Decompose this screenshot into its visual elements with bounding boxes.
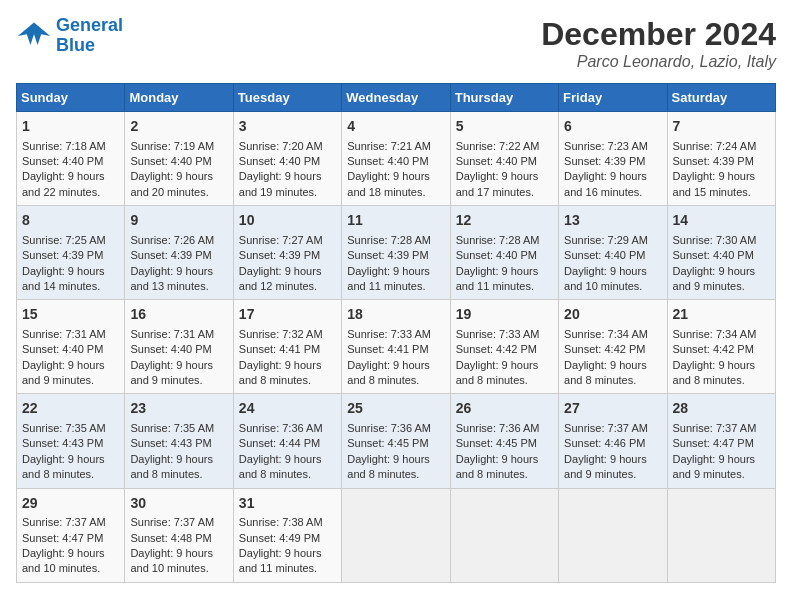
calendar-cell: 3Sunrise: 7:20 AMSunset: 4:40 PMDaylight… [233,112,341,206]
day-of-week-header: Saturday [667,84,775,112]
day-number: 27 [564,399,661,419]
calendar-cell: 19Sunrise: 7:33 AMSunset: 4:42 PMDayligh… [450,300,558,394]
sunset-text: Sunset: 4:41 PM [239,343,320,355]
daylight-text: Daylight: 9 hours and 9 minutes. [564,453,647,480]
sunset-text: Sunset: 4:43 PM [22,437,103,449]
calendar-cell: 9Sunrise: 7:26 AMSunset: 4:39 PMDaylight… [125,206,233,300]
daylight-text: Daylight: 9 hours and 16 minutes. [564,170,647,197]
daylight-text: Daylight: 9 hours and 8 minutes. [22,453,105,480]
sunset-text: Sunset: 4:42 PM [673,343,754,355]
daylight-text: Daylight: 9 hours and 8 minutes. [564,359,647,386]
sunrise-text: Sunrise: 7:29 AM [564,234,648,246]
daylight-text: Daylight: 9 hours and 14 minutes. [22,265,105,292]
day-of-week-header: Sunday [17,84,125,112]
daylight-text: Daylight: 9 hours and 20 minutes. [130,170,213,197]
sunrise-text: Sunrise: 7:37 AM [564,422,648,434]
sunrise-text: Sunrise: 7:37 AM [130,516,214,528]
main-title: December 2024 [541,16,776,53]
day-number: 11 [347,211,444,231]
sunset-text: Sunset: 4:48 PM [130,532,211,544]
daylight-text: Daylight: 9 hours and 9 minutes. [22,359,105,386]
day-of-week-header: Thursday [450,84,558,112]
day-number: 24 [239,399,336,419]
sunrise-text: Sunrise: 7:23 AM [564,140,648,152]
calendar-cell: 16Sunrise: 7:31 AMSunset: 4:40 PMDayligh… [125,300,233,394]
sunset-text: Sunset: 4:39 PM [22,249,103,261]
sunrise-text: Sunrise: 7:22 AM [456,140,540,152]
sunset-text: Sunset: 4:49 PM [239,532,320,544]
sunrise-text: Sunrise: 7:31 AM [22,328,106,340]
calendar-cell: 8Sunrise: 7:25 AMSunset: 4:39 PMDaylight… [17,206,125,300]
svg-marker-0 [18,22,50,45]
sunset-text: Sunset: 4:45 PM [347,437,428,449]
sunset-text: Sunset: 4:39 PM [239,249,320,261]
sunrise-text: Sunrise: 7:24 AM [673,140,757,152]
sunrise-text: Sunrise: 7:18 AM [22,140,106,152]
calendar-week-row: 15Sunrise: 7:31 AMSunset: 4:40 PMDayligh… [17,300,776,394]
sunset-text: Sunset: 4:42 PM [564,343,645,355]
day-of-week-header: Friday [559,84,667,112]
calendar-cell: 6Sunrise: 7:23 AMSunset: 4:39 PMDaylight… [559,112,667,206]
sunset-text: Sunset: 4:40 PM [456,249,537,261]
sunrise-text: Sunrise: 7:26 AM [130,234,214,246]
daylight-text: Daylight: 9 hours and 9 minutes. [130,359,213,386]
day-number: 7 [673,117,770,137]
day-number: 16 [130,305,227,325]
daylight-text: Daylight: 9 hours and 10 minutes. [564,265,647,292]
daylight-text: Daylight: 9 hours and 11 minutes. [456,265,539,292]
logo: General Blue [16,16,123,56]
day-number: 26 [456,399,553,419]
calendar-cell: 1Sunrise: 7:18 AMSunset: 4:40 PMDaylight… [17,112,125,206]
sunrise-text: Sunrise: 7:33 AM [456,328,540,340]
sunset-text: Sunset: 4:44 PM [239,437,320,449]
sunset-text: Sunset: 4:42 PM [456,343,537,355]
day-number: 21 [673,305,770,325]
subtitle: Parco Leonardo, Lazio, Italy [541,53,776,71]
day-number: 22 [22,399,119,419]
calendar-cell: 20Sunrise: 7:34 AMSunset: 4:42 PMDayligh… [559,300,667,394]
sunset-text: Sunset: 4:39 PM [564,155,645,167]
day-number: 18 [347,305,444,325]
logo-icon [16,18,52,54]
sunrise-text: Sunrise: 7:36 AM [239,422,323,434]
title-block: December 2024 Parco Leonardo, Lazio, Ita… [541,16,776,71]
day-number: 3 [239,117,336,137]
sunrise-text: Sunrise: 7:34 AM [673,328,757,340]
calendar-cell: 2Sunrise: 7:19 AMSunset: 4:40 PMDaylight… [125,112,233,206]
sunrise-text: Sunrise: 7:21 AM [347,140,431,152]
day-number: 4 [347,117,444,137]
calendar-table: SundayMondayTuesdayWednesdayThursdayFrid… [16,83,776,583]
calendar-cell: 25Sunrise: 7:36 AMSunset: 4:45 PMDayligh… [342,394,450,488]
calendar-cell: 23Sunrise: 7:35 AMSunset: 4:43 PMDayligh… [125,394,233,488]
sunset-text: Sunset: 4:45 PM [456,437,537,449]
sunset-text: Sunset: 4:41 PM [347,343,428,355]
day-number: 12 [456,211,553,231]
daylight-text: Daylight: 9 hours and 8 minutes. [673,359,756,386]
calendar-cell [667,488,775,582]
daylight-text: Daylight: 9 hours and 19 minutes. [239,170,322,197]
logo-text: General Blue [56,16,123,56]
day-number: 9 [130,211,227,231]
day-number: 20 [564,305,661,325]
calendar-cell: 15Sunrise: 7:31 AMSunset: 4:40 PMDayligh… [17,300,125,394]
calendar-cell: 29Sunrise: 7:37 AMSunset: 4:47 PMDayligh… [17,488,125,582]
sunset-text: Sunset: 4:39 PM [347,249,428,261]
calendar-cell: 11Sunrise: 7:28 AMSunset: 4:39 PMDayligh… [342,206,450,300]
calendar-cell: 22Sunrise: 7:35 AMSunset: 4:43 PMDayligh… [17,394,125,488]
sunrise-text: Sunrise: 7:27 AM [239,234,323,246]
calendar-cell [450,488,558,582]
daylight-text: Daylight: 9 hours and 9 minutes. [673,265,756,292]
day-number: 1 [22,117,119,137]
calendar-cell: 12Sunrise: 7:28 AMSunset: 4:40 PMDayligh… [450,206,558,300]
sunrise-text: Sunrise: 7:31 AM [130,328,214,340]
calendar-cell: 10Sunrise: 7:27 AMSunset: 4:39 PMDayligh… [233,206,341,300]
sunrise-text: Sunrise: 7:36 AM [347,422,431,434]
sunrise-text: Sunrise: 7:36 AM [456,422,540,434]
sunset-text: Sunset: 4:40 PM [564,249,645,261]
calendar-cell: 17Sunrise: 7:32 AMSunset: 4:41 PMDayligh… [233,300,341,394]
daylight-text: Daylight: 9 hours and 10 minutes. [22,547,105,574]
daylight-text: Daylight: 9 hours and 8 minutes. [239,359,322,386]
sunset-text: Sunset: 4:40 PM [239,155,320,167]
day-number: 28 [673,399,770,419]
sunrise-text: Sunrise: 7:38 AM [239,516,323,528]
